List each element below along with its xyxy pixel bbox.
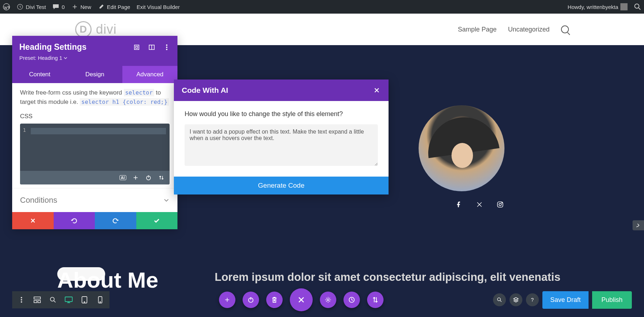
trash-button[interactable] bbox=[266, 292, 283, 308]
greeting-text: Howdy, writtenbyekta bbox=[568, 4, 618, 10]
generate-code-button[interactable]: Generate Code bbox=[174, 177, 389, 194]
expand-icon[interactable] bbox=[133, 44, 140, 51]
undo-button[interactable] bbox=[54, 212, 95, 229]
wp-logo[interactable] bbox=[3, 3, 10, 10]
find-button[interactable] bbox=[493, 293, 506, 306]
instagram-icon[interactable] bbox=[497, 201, 504, 208]
menu-icon[interactable] bbox=[14, 291, 29, 308]
comment-icon bbox=[52, 3, 59, 10]
tab-design[interactable]: Design bbox=[67, 66, 122, 83]
social-icons bbox=[455, 201, 504, 208]
mobile-view-icon[interactable] bbox=[92, 291, 108, 308]
wordpress-icon bbox=[3, 3, 10, 10]
css-editor[interactable]: 1 AI bbox=[20, 124, 170, 184]
editor-cursor-line bbox=[31, 128, 166, 134]
ai-button[interactable]: AI bbox=[119, 174, 127, 182]
confirm-button[interactable] bbox=[136, 212, 178, 229]
save-draft-button[interactable]: Save Draft bbox=[542, 291, 589, 309]
css-help-text: Write free-form css using the keyword se… bbox=[20, 88, 170, 106]
tablet-view-icon[interactable] bbox=[77, 291, 92, 308]
search-toggle[interactable] bbox=[634, 3, 641, 10]
x-icon[interactable] bbox=[476, 201, 483, 208]
publish-button[interactable]: Publish bbox=[592, 291, 632, 309]
pencil-icon bbox=[98, 3, 105, 10]
svg-point-28 bbox=[497, 298, 500, 301]
profile-link[interactable]: Howdy, writtenbyekta bbox=[568, 3, 628, 10]
edit-page-link[interactable]: Edit Page bbox=[98, 3, 130, 10]
right-controls: ? Save Draft Publish bbox=[493, 291, 632, 309]
preset-selector[interactable]: Preset: Heading 1 bbox=[19, 55, 170, 61]
svg-point-2 bbox=[635, 4, 639, 8]
main-nav: Sample Page Uncategorized bbox=[458, 25, 569, 33]
plus-icon bbox=[71, 3, 78, 10]
panel-header[interactable]: Heading Settings Preset: Heading 1 bbox=[12, 36, 177, 66]
svg-point-11 bbox=[166, 49, 167, 50]
new-label: New bbox=[80, 4, 91, 10]
power-icon[interactable] bbox=[145, 174, 152, 182]
new-link[interactable]: New bbox=[71, 3, 91, 10]
center-controls bbox=[219, 288, 384, 311]
zoom-icon[interactable] bbox=[45, 291, 61, 308]
nav-uncategorized[interactable]: Uncategorized bbox=[508, 26, 550, 33]
exit-vb-link[interactable]: Exit Visual Builder bbox=[137, 4, 180, 10]
cancel-button[interactable] bbox=[12, 212, 54, 229]
site-logo[interactable]: D divi bbox=[75, 21, 117, 38]
history-button[interactable] bbox=[343, 292, 360, 308]
wireframe-icon[interactable] bbox=[29, 291, 45, 308]
layers-button[interactable] bbox=[509, 293, 522, 306]
ai-prompt-input[interactable] bbox=[185, 124, 378, 166]
search-icon bbox=[634, 3, 641, 10]
ai-modal-header[interactable]: Code With AI bbox=[174, 80, 389, 101]
css-keyword-1: selector bbox=[124, 89, 154, 96]
panel-title: Heading Settings bbox=[19, 42, 87, 52]
css-keyword-2: selector h1 {color: red;} bbox=[80, 98, 169, 106]
svg-point-9 bbox=[166, 44, 167, 46]
css-toolbar: AI bbox=[20, 171, 170, 184]
add-section-button[interactable] bbox=[219, 292, 235, 308]
builder-bottom-bar: ? Save Draft Publish bbox=[12, 291, 632, 308]
power-button[interactable] bbox=[243, 292, 259, 308]
svg-point-24 bbox=[100, 302, 101, 302]
svg-point-4 bbox=[499, 203, 502, 206]
panel-footer bbox=[12, 212, 177, 229]
close-icon[interactable] bbox=[374, 87, 381, 94]
facebook-icon[interactable] bbox=[455, 201, 462, 208]
logo-letter: D bbox=[79, 24, 87, 35]
heading-settings-panel: Heading Settings Preset: Heading 1 Conte… bbox=[12, 36, 177, 229]
svg-rect-16 bbox=[34, 297, 40, 299]
expand-panel-toggle[interactable] bbox=[633, 220, 644, 230]
add-button[interactable] bbox=[132, 174, 140, 182]
svg-rect-17 bbox=[34, 301, 37, 303]
view-controls bbox=[12, 291, 109, 308]
avatar-icon bbox=[620, 3, 628, 10]
comments-link[interactable]: 0 bbox=[52, 3, 64, 10]
conditions-label: Conditions bbox=[20, 196, 57, 205]
help-button[interactable]: ? bbox=[526, 293, 539, 306]
svg-point-15 bbox=[21, 301, 22, 303]
site-name-link[interactable]: Divi Test bbox=[16, 3, 46, 10]
comments-count: 0 bbox=[62, 4, 64, 10]
svg-point-22 bbox=[84, 302, 85, 302]
nav-search-icon[interactable] bbox=[561, 25, 569, 33]
tab-content[interactable]: Content bbox=[12, 66, 67, 83]
svg-rect-7 bbox=[136, 46, 137, 48]
nav-sample-page[interactable]: Sample Page bbox=[458, 26, 497, 33]
exit-vb-label: Exit Visual Builder bbox=[137, 4, 180, 10]
close-builder-button[interactable] bbox=[290, 288, 313, 311]
chevron-down-icon bbox=[64, 56, 67, 60]
tab-advanced[interactable]: Advanced bbox=[122, 66, 177, 83]
swap-icon[interactable] bbox=[157, 174, 165, 182]
snap-icon[interactable] bbox=[148, 44, 155, 51]
logo-text: divi bbox=[96, 22, 117, 37]
code-with-ai-modal: Code With AI How would you like to chang… bbox=[174, 80, 389, 194]
desktop-view-icon[interactable] bbox=[61, 291, 77, 308]
line-number: 1 bbox=[23, 127, 26, 133]
about-me-heading[interactable]: About Me bbox=[57, 267, 158, 293]
conditions-accordion[interactable]: Conditions bbox=[12, 188, 177, 212]
sort-button[interactable] bbox=[367, 292, 384, 308]
redo-button[interactable] bbox=[95, 212, 136, 229]
kebab-icon[interactable] bbox=[163, 44, 170, 51]
ai-question: How would you like to change the style o… bbox=[185, 110, 378, 118]
dashboard-icon bbox=[16, 3, 24, 10]
settings-button[interactable] bbox=[320, 292, 336, 308]
